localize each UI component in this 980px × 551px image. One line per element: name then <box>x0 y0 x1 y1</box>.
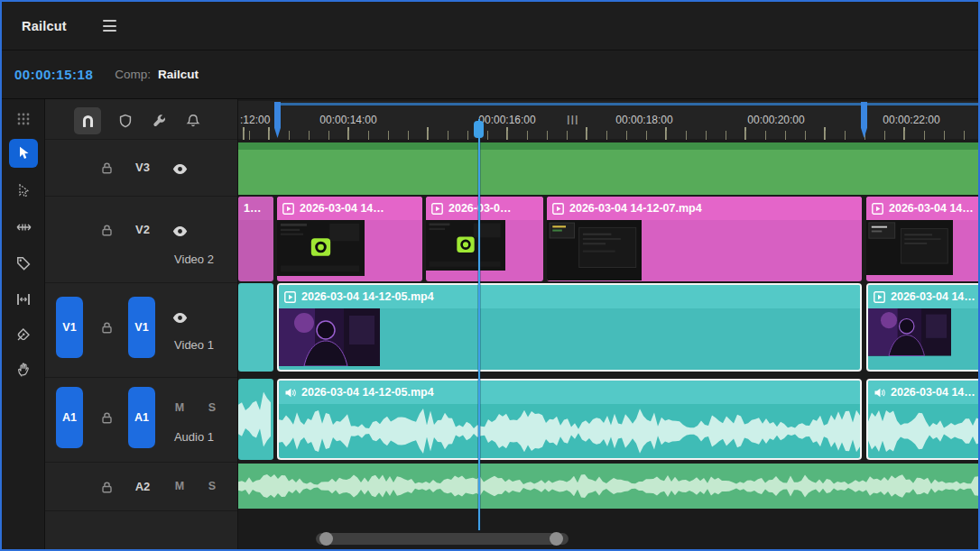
clip-v2-1[interactable]: 2026-03-04 14… <box>277 197 422 281</box>
ruler-label: 00:00:16:00 <box>478 114 535 126</box>
track-name-a2: A2 <box>128 480 157 493</box>
timeline-tracks-area: :12:00 00:00:14:00 00:00:16:00 ||| 00:00… <box>238 99 978 549</box>
visibility-eye-icon[interactable] <box>171 161 188 176</box>
track-name-v2: V2 <box>128 223 157 236</box>
mute-button[interactable]: M <box>171 480 188 492</box>
clip-v3-adjustment[interactable] <box>238 142 978 195</box>
ruler-label: 00:00:22:00 <box>883 114 939 126</box>
clip-a1-main[interactable]: 2026-03-04 14-12-05.mp4 <box>277 379 862 460</box>
comp-name: Railcut <box>158 68 199 81</box>
speaker-icon <box>874 387 885 399</box>
play-box-icon <box>431 203 443 215</box>
play-box-icon <box>872 203 883 215</box>
lock-icon[interactable] <box>98 223 115 237</box>
ripple-edit-tool-button[interactable] <box>9 285 38 314</box>
clip-title: 2026-03-04 14… <box>866 197 978 220</box>
mute-button[interactable]: M <box>171 401 188 414</box>
audio-waveform <box>238 464 978 509</box>
track-select-icon <box>17 184 31 198</box>
clip-body <box>868 308 978 370</box>
settings-wrench-button[interactable] <box>146 107 173 134</box>
clip-body <box>547 220 862 281</box>
lock-icon[interactable] <box>98 161 115 175</box>
clip-title: 1… <box>238 197 273 220</box>
label-tool-button[interactable] <box>9 249 38 278</box>
clip-title: 2026-03-04 14… <box>277 197 422 220</box>
snap-toggle-button[interactable] <box>74 107 101 134</box>
panel-grip-icon[interactable] <box>9 105 38 133</box>
track-select-tool-button[interactable] <box>9 177 38 206</box>
comp-label: Comp: <box>115 68 151 81</box>
clip-thumbnail <box>866 220 953 275</box>
clip-body <box>279 308 860 370</box>
clip-v2-partial[interactable]: 1… <box>238 197 273 281</box>
marker-shield-button[interactable] <box>112 107 139 134</box>
ruler-label: 00:00:18:00 <box>615 114 672 126</box>
play-box-icon <box>552 203 564 215</box>
magnet-icon <box>80 114 96 129</box>
timeline-panel: V3 V2 Video 2 V1 V1 Video 1 A1 <box>2 99 978 549</box>
clip-a1-partial[interactable] <box>238 379 273 460</box>
time-ruler[interactable]: :12:00 00:00:14:00 00:00:16:00 ||| 00:00… <box>238 101 978 139</box>
scrollbar-left-handle[interactable] <box>319 532 333 546</box>
clip-v2-2[interactable]: 2026-03-0… <box>426 197 543 281</box>
clip-v1-main[interactable]: 2026-03-04 14-12-05.mp4 <box>277 283 862 372</box>
hand-tool-button[interactable] <box>9 355 38 384</box>
clip-a1-right[interactable]: 2026-03-04 14… <box>866 379 978 460</box>
sequence-bar: 00:00:15:18 Comp: Railcut <box>2 51 978 99</box>
track-label-video2: Video 2 <box>152 253 236 266</box>
track-header-v3: V3 <box>45 139 237 196</box>
visibility-eye-icon[interactable] <box>171 310 188 325</box>
clip-v1-right[interactable]: 2026-03-04 14… <box>866 283 978 372</box>
audio-waveform <box>279 404 860 458</box>
clip-a2-music[interactable] <box>238 464 978 509</box>
clip-title: 2026-03-04 14-12-05.mp4 <box>279 381 860 404</box>
solo-button[interactable]: S <box>204 401 220 414</box>
lock-icon[interactable] <box>98 320 115 335</box>
ruler-label: 00:00:20:00 <box>747 114 804 126</box>
audio-waveform <box>868 404 978 458</box>
lock-icon[interactable] <box>98 410 115 425</box>
clip-thumbnail <box>868 308 951 356</box>
collapsed-region-indicator: ||| <box>567 114 579 124</box>
play-box-icon <box>284 291 296 303</box>
scrollbar-thumb[interactable] <box>316 533 569 545</box>
clip-v2-4[interactable]: 2026-03-04 14… <box>866 197 978 281</box>
solo-button[interactable]: S <box>204 480 220 492</box>
pen-tool-button[interactable] <box>9 320 38 349</box>
clip-v1-partial[interactable] <box>238 283 273 372</box>
lock-icon[interactable] <box>98 480 115 494</box>
slide-tool-button[interactable] <box>9 213 38 242</box>
visibility-eye-icon[interactable] <box>171 224 188 238</box>
playhead-handle[interactable] <box>474 121 484 138</box>
app-title: Railcut <box>22 19 67 33</box>
clip-body <box>426 220 543 281</box>
track-header-v1: V1 V1 Video 1 <box>45 282 237 377</box>
clip-title: 2026-03-04 14… <box>868 285 978 308</box>
clip-thumbnail <box>277 220 365 276</box>
clip-title: 2026-03-04 14… <box>868 381 978 404</box>
ripple-edit-icon <box>16 292 31 307</box>
menu-icon[interactable] <box>103 20 116 32</box>
track-label-audio1: Audio 1 <box>152 430 236 444</box>
notifications-bell-button[interactable] <box>180 107 207 134</box>
selection-tool-button[interactable] <box>9 139 38 168</box>
track-header-a2: A2 M S <box>45 462 237 511</box>
scrollbar-right-handle[interactable] <box>550 532 563 546</box>
timeline-options-row <box>45 99 237 139</box>
track-label-video1: Video 1 <box>152 338 236 352</box>
track-header-a1: A1 A1 M S Audio 1 <box>45 377 237 462</box>
ruler-label: :12:00 <box>240 114 270 126</box>
current-timecode[interactable]: 00:00:15:18 <box>14 67 93 82</box>
clip-title: 2026-03-04 14-12-07.mp4 <box>547 197 862 220</box>
hand-icon <box>17 363 31 377</box>
source-track-a1-button[interactable]: A1 <box>56 387 83 448</box>
work-area-bar <box>277 103 978 106</box>
clip-body <box>868 404 978 458</box>
speaker-icon <box>284 387 296 399</box>
source-track-v1-button[interactable]: V1 <box>56 297 83 358</box>
track-header-panel: V3 V2 Video 2 V1 V1 Video 1 A1 <box>45 99 238 549</box>
clip-v2-3[interactable]: 2026-03-04 14-12-07.mp4 <box>547 197 862 281</box>
clip-thumbnail <box>279 308 380 366</box>
ruler-minor-ticks <box>238 131 978 140</box>
